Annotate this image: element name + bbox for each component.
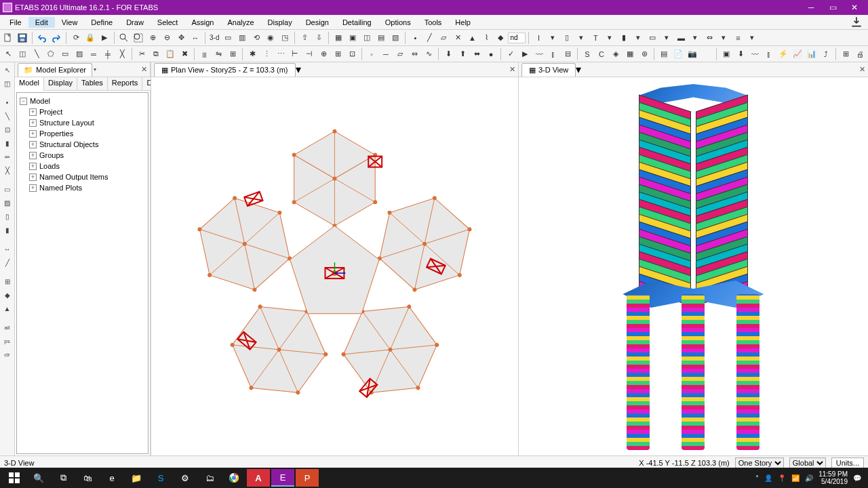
plan-dropdown-icon[interactable]: ▾ xyxy=(296,63,301,76)
draw-quick-icon[interactable]: ▨ xyxy=(73,47,86,61)
draw-frame-icon[interactable]: ╲ xyxy=(1,110,14,122)
reshape-tool-icon[interactable]: ◫ xyxy=(1,77,14,89)
divide-frame-icon[interactable]: ⋮ xyxy=(260,47,273,61)
detailing-icon[interactable]: ▤ xyxy=(657,47,671,61)
display-response-icon[interactable]: 📈 xyxy=(791,47,804,61)
layers-icon[interactable]: ≡ xyxy=(731,31,745,45)
pointer-icon[interactable]: ↖ xyxy=(1,47,15,61)
assign-shell-icon[interactable]: ▱ xyxy=(393,47,407,61)
draw-line-icon[interactable]: ╲ xyxy=(30,47,43,61)
arrow-up-icon[interactable]: ⇧ xyxy=(298,31,311,45)
dropdown-6-icon[interactable]: ▾ xyxy=(688,31,702,45)
menu-analyze[interactable]: Analyze xyxy=(220,17,260,28)
explorer-tab-display[interactable]: Display xyxy=(44,77,77,90)
menu-edit[interactable]: Edit xyxy=(28,17,55,28)
status-story-select[interactable]: One Story xyxy=(735,458,784,468)
draw-quick-frame-icon[interactable]: ⊡ xyxy=(1,123,14,136)
edge-icon[interactable]: ⊡ xyxy=(345,47,359,61)
print-icon[interactable]: 🖨 xyxy=(853,47,867,61)
object-icon[interactable]: ▣ xyxy=(346,31,359,45)
select-frame-icon[interactable]: ╱ xyxy=(422,31,436,45)
assign-tendon-icon[interactable]: ∿ xyxy=(422,47,435,61)
draw-quick-floor-icon[interactable]: ▨ xyxy=(1,197,14,209)
section-I-icon[interactable]: I xyxy=(532,31,545,45)
screen-capture-icon[interactable]: 📷 xyxy=(686,47,699,61)
report-icon[interactable]: 📄 xyxy=(671,47,685,61)
draw-quick-wall-icon[interactable]: ▮ xyxy=(1,224,14,236)
explorer-tab[interactable]: 📁 Model Explorer xyxy=(18,63,92,77)
align-icon[interactable]: ⫼ xyxy=(197,47,211,61)
cut-icon[interactable]: ✂ xyxy=(135,47,149,61)
select-cross-icon[interactable]: ✕ xyxy=(451,31,465,45)
conn-design-icon[interactable]: ⊛ xyxy=(637,47,651,61)
join-frame-icon[interactable]: ⋯ xyxy=(274,47,288,61)
menu-options[interactable]: Options xyxy=(378,17,418,28)
units-button[interactable]: Units... xyxy=(831,458,864,468)
assign-joint-icon[interactable]: ◦ xyxy=(365,47,378,61)
elev-icon[interactable]: ▥ xyxy=(235,31,249,45)
section-icon[interactable]: ▤ xyxy=(374,31,388,45)
zoom-in-icon[interactable]: ⊖ xyxy=(160,31,174,45)
tray-clock[interactable]: 11:59 PM 5/4/2019 xyxy=(818,470,848,485)
draw-floor-icon[interactable]: ▭ xyxy=(1,183,14,195)
deck-icon[interactable]: ▬ xyxy=(674,31,688,45)
plan-icon[interactable]: ▭ xyxy=(221,31,235,45)
menu-assign[interactable]: Assign xyxy=(184,17,220,28)
explorer-tab-reports[interactable]: Reports xyxy=(108,77,143,90)
taskbar-app-edge[interactable]: e xyxy=(100,469,123,487)
draw-poly-icon[interactable]: ⬠ xyxy=(44,47,58,61)
tray-wifi-icon[interactable]: 📶 xyxy=(791,474,800,482)
copy-icon[interactable]: ⧉ xyxy=(149,47,163,61)
all-tool-icon[interactable]: all xyxy=(1,321,14,333)
table-output-icon[interactable]: ⊞ xyxy=(839,47,852,61)
assign-frame-icon[interactable]: ─ xyxy=(379,47,393,61)
tray-chevron-icon[interactable]: ˄ xyxy=(755,474,759,482)
dropdown-8-icon[interactable]: ▾ xyxy=(745,31,759,45)
threeD-view-canvas[interactable] xyxy=(519,77,868,455)
zoom-window-icon[interactable] xyxy=(117,31,131,45)
new-icon[interactable] xyxy=(1,31,15,45)
tray-notifications-icon[interactable]: 💬 xyxy=(853,474,861,482)
snap-end-icon[interactable]: ▲ xyxy=(1,302,14,314)
snap-point-icon[interactable]: ◆ xyxy=(1,289,14,301)
taskbar-app-settings[interactable]: ⚙ xyxy=(174,469,197,487)
minimize-button[interactable]: ─ xyxy=(800,0,822,15)
draw-brace-tool-icon[interactable]: ╳ xyxy=(1,164,14,176)
extend-icon[interactable]: ⊣ xyxy=(302,47,316,61)
close-button[interactable]: ✕ xyxy=(844,0,865,15)
show-deform-icon[interactable]: 〰 xyxy=(532,47,546,61)
explorer-close-icon[interactable]: ✕ xyxy=(138,65,150,74)
nd-input[interactable] xyxy=(508,33,526,43)
maximize-button[interactable]: ▭ xyxy=(822,0,844,15)
draw-rect-icon[interactable]: ▭ xyxy=(58,47,72,61)
explorer-dropdown-icon[interactable]: ▾ xyxy=(92,66,98,73)
dropdown-4-icon[interactable]: ▾ xyxy=(631,31,645,45)
menu-tools[interactable]: Tools xyxy=(418,17,449,28)
menu-select[interactable]: Select xyxy=(151,17,185,28)
plan-view-canvas[interactable] xyxy=(151,77,518,455)
menu-file[interactable]: File xyxy=(3,17,28,28)
tree-named-output[interactable]: +Named Output Items xyxy=(20,171,145,182)
display-energy-icon[interactable]: ⚡ xyxy=(776,47,790,61)
start-button[interactable] xyxy=(3,469,26,487)
arrow-down-icon[interactable]: ⇩ xyxy=(312,31,326,45)
pointer-tool-icon[interactable]: ↖ xyxy=(1,64,14,76)
draw-brace-icon[interactable]: ╳ xyxy=(115,47,129,61)
tree-groups[interactable]: +Groups xyxy=(20,150,145,161)
taskbar-app-ppt[interactable]: P xyxy=(296,469,319,487)
replicate-icon[interactable]: ⊞ xyxy=(226,47,239,61)
taskbar-app-autocad[interactable]: A xyxy=(247,469,270,487)
menu-detailing[interactable]: Detailing xyxy=(336,17,378,28)
trim-icon[interactable]: ⊢ xyxy=(288,47,302,61)
taskbar-app-etabs[interactable]: E xyxy=(271,469,294,487)
status-coord-select[interactable]: Global xyxy=(789,458,826,468)
threeD-close-icon[interactable]: ✕ xyxy=(856,65,868,74)
clr-tool-icon[interactable]: clr xyxy=(1,348,14,361)
pan-icon[interactable]: ↔ xyxy=(189,31,202,45)
show-forces-icon[interactable]: ⫿ xyxy=(547,47,560,61)
menu-design[interactable]: Design xyxy=(299,17,336,28)
refresh-icon[interactable]: ⟳ xyxy=(69,31,83,45)
merge-icon[interactable]: ⊕ xyxy=(317,47,330,61)
rotate-icon[interactable]: ⟲ xyxy=(250,31,263,45)
tree-structure-layout[interactable]: +Structure Layout xyxy=(20,117,145,128)
